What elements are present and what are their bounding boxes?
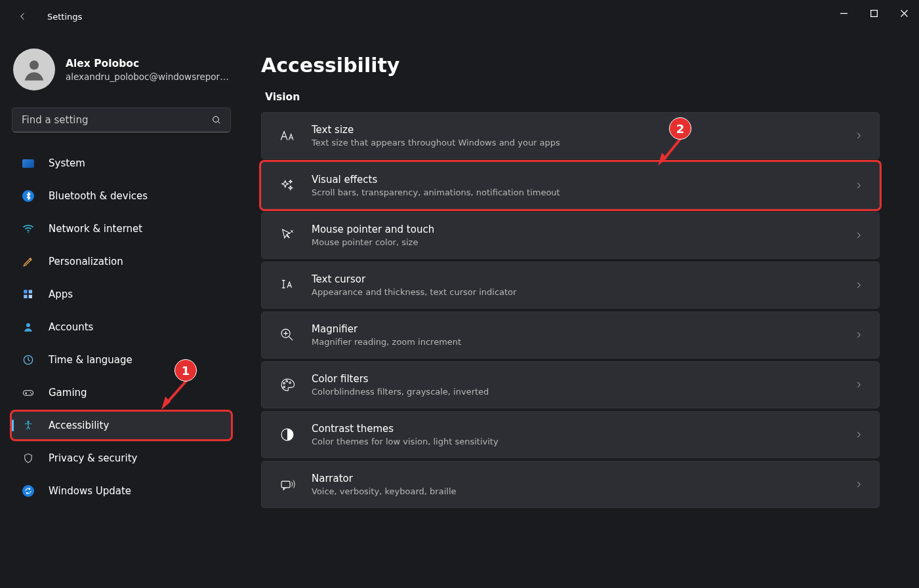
settings-list: Text size Text size that appears through…: [261, 112, 880, 508]
sidebar-item-bluetooth[interactable]: Bluetooth & devices: [12, 182, 231, 210]
row-subtitle: Scroll bars, transparency, animations, n…: [312, 187, 560, 199]
svg-rect-6: [24, 295, 27, 298]
svg-point-13: [27, 421, 29, 423]
back-button[interactable]: [12, 5, 34, 28]
sidebar-item-accounts[interactable]: Accounts: [12, 313, 231, 341]
row-subtitle: Text size that appears throughout Window…: [312, 137, 560, 149]
sidebar-item-apps[interactable]: Apps: [12, 281, 231, 308]
row-contrast-themes[interactable]: Contrast themes Color themes for low vis…: [261, 411, 880, 458]
row-narrator[interactable]: Narrator Voice, verbosity, keyboard, bra…: [261, 461, 880, 508]
bluetooth-icon: [21, 189, 35, 203]
row-visual-effects[interactable]: Visual effects Scroll bars, transparency…: [261, 162, 880, 209]
row-subtitle: Colorblindness filters, grayscale, inver…: [312, 386, 489, 398]
paintbrush-icon: [21, 254, 35, 269]
sidebar-item-time-language[interactable]: Time & language: [12, 346, 231, 374]
avatar: [13, 49, 55, 90]
window-title: Settings: [47, 12, 82, 22]
user-block[interactable]: Alex Poloboc alexandru_poloboc@windowsre…: [12, 45, 231, 108]
row-subtitle: Magnifier reading, zoom increment: [312, 336, 461, 348]
svg-point-3: [28, 232, 29, 233]
sidebar-item-personalization[interactable]: Personalization: [12, 248, 231, 275]
update-icon: [21, 484, 35, 498]
row-title: Visual effects: [312, 173, 560, 186]
clock-globe-icon: [21, 353, 35, 367]
row-magnifier[interactable]: Magnifier Magnifier reading, zoom increm…: [261, 311, 880, 359]
sidebar: Alex Poloboc alexandru_poloboc@windowsre…: [0, 33, 243, 588]
svg-point-17: [289, 382, 291, 383]
svg-point-11: [30, 392, 31, 393]
close-button[interactable]: [889, 0, 919, 26]
chevron-right-icon: [854, 330, 863, 340]
sidebar-item-accessibility[interactable]: Accessibility: [12, 412, 231, 439]
row-title: Text cursor: [312, 273, 516, 286]
row-title: Magnifier: [312, 323, 461, 336]
sidebar-item-gaming[interactable]: Gaming: [12, 379, 231, 406]
row-title: Text size: [312, 123, 560, 136]
main-panel: Accessibility Vision Text size Text size…: [243, 33, 919, 588]
user-email: alexandru_poloboc@windowsreport…: [66, 71, 230, 82]
chevron-right-icon: [854, 131, 863, 140]
gamepad-icon: [21, 385, 35, 400]
sidebar-item-system[interactable]: System: [12, 149, 231, 177]
chevron-right-icon: [854, 181, 863, 190]
svg-rect-0: [870, 10, 877, 16]
section-title: Vision: [265, 91, 880, 103]
sidebar-item-label: Privacy & security: [49, 452, 137, 464]
sidebar-item-windows-update[interactable]: Windows Update: [12, 477, 231, 505]
display-icon: [21, 156, 35, 170]
chevron-right-icon: [854, 480, 863, 489]
search-icon: [211, 115, 222, 125]
svg-rect-20: [281, 481, 290, 488]
chevron-right-icon: [854, 380, 863, 389]
row-text-cursor[interactable]: Text cursor Appearance and thickness, te…: [261, 262, 880, 309]
sidebar-item-label: Accessibility: [49, 420, 109, 431]
accessibility-icon: [21, 418, 35, 433]
sidebar-item-privacy[interactable]: Privacy & security: [12, 444, 231, 472]
apps-icon: [21, 287, 35, 302]
svg-point-8: [26, 323, 30, 327]
row-subtitle: Mouse pointer color, size: [312, 237, 434, 248]
shield-icon: [21, 451, 35, 465]
row-text-size[interactable]: Text size Text size that appears through…: [261, 112, 880, 159]
row-subtitle: Color themes for low vision, light sensi…: [312, 436, 499, 448]
svg-rect-10: [24, 391, 33, 396]
titlebar: Settings: [0, 0, 919, 33]
text-size-icon: [277, 126, 297, 146]
chevron-right-icon: [854, 231, 863, 240]
minimize-button[interactable]: [828, 0, 859, 26]
svg-point-2: [213, 117, 219, 123]
sidebar-item-network[interactable]: Network & internet: [12, 215, 231, 243]
row-title: Color filters: [312, 372, 489, 385]
svg-rect-5: [29, 290, 32, 293]
chevron-right-icon: [854, 430, 863, 439]
svg-point-12: [31, 393, 32, 395]
row-mouse-pointer[interactable]: Mouse pointer and touch Mouse pointer co…: [261, 212, 880, 259]
search-wrap: [12, 108, 231, 132]
sparkle-icon: [277, 176, 297, 195]
window-controls: [828, 0, 919, 26]
svg-rect-4: [24, 290, 27, 293]
search-input[interactable]: [12, 108, 231, 132]
row-title: Contrast themes: [312, 422, 499, 435]
text-cursor-icon: [277, 275, 297, 295]
contrast-icon: [277, 425, 297, 444]
magnifier-icon: [277, 325, 297, 345]
row-color-filters[interactable]: Color filters Colorblindness filters, gr…: [261, 361, 880, 408]
narrator-icon: [277, 475, 297, 494]
svg-point-15: [283, 382, 285, 384]
sidebar-item-label: Network & internet: [49, 223, 142, 235]
person-icon: [21, 320, 35, 334]
sidebar-item-label: Bluetooth & devices: [49, 190, 148, 202]
row-title: Narrator: [312, 472, 457, 485]
svg-rect-7: [29, 295, 32, 298]
maximize-button[interactable]: [859, 0, 889, 26]
nav: System Bluetooth & devices Network & int…: [12, 149, 231, 505]
row-subtitle: Appearance and thickness, text cursor in…: [312, 286, 516, 298]
page-title: Accessibility: [261, 54, 880, 77]
chevron-right-icon: [854, 281, 863, 290]
row-title: Mouse pointer and touch: [312, 223, 434, 236]
user-name: Alex Poloboc: [66, 57, 230, 71]
sidebar-item-label: Windows Update: [49, 485, 131, 497]
svg-point-18: [283, 386, 285, 388]
sidebar-item-label: Accounts: [49, 321, 93, 333]
